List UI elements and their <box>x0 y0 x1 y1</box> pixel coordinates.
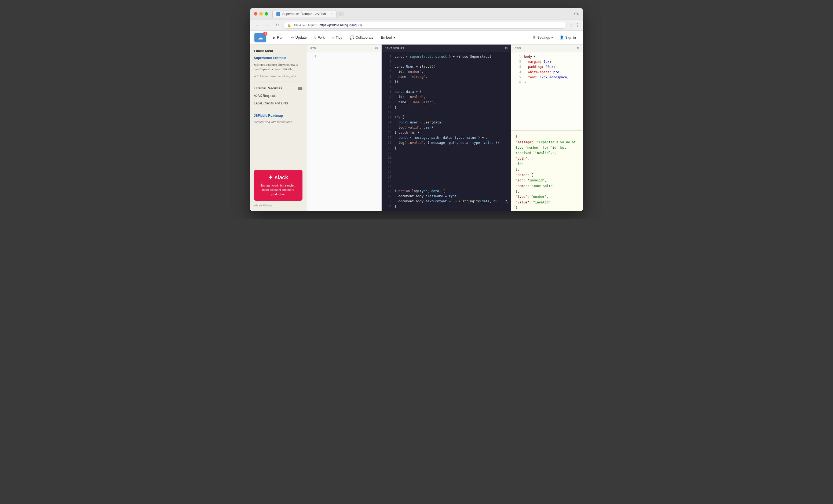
url-actions: ☆ ⋮ <box>569 23 580 28</box>
html-settings-icon[interactable]: ⚙ <box>375 46 378 50</box>
js-panel-header: JAVASCRIPT ⚙ <box>382 45 511 52</box>
js-line-22: 22 <box>382 160 511 165</box>
tab-bar: Superstruct Example - JSFiddl... × + <box>272 10 574 18</box>
css-line-3: 3 padding: 20px; <box>511 65 583 70</box>
tab-title: Superstruct Example - JSFiddl... <box>282 12 329 16</box>
sidebar-item-legal[interactable]: Legal, Credits and Links <box>254 101 303 106</box>
url-source: JSFiddle, Ltd [GB] <box>293 24 317 27</box>
close-window-button[interactable] <box>254 12 257 16</box>
collaborate-icon: 💬 <box>350 35 354 40</box>
output-line: "type": "number", <box>516 194 578 199</box>
output-line: ], <box>516 167 578 172</box>
menu-icon[interactable]: ⋮ <box>575 23 580 28</box>
back-button[interactable]: ← <box>253 22 261 29</box>
html-code-area[interactable]: 1 <box>307 52 381 211</box>
embed-button[interactable]: Embed ▾ <box>378 34 399 41</box>
fork-button[interactable]: ⑂ Fork <box>311 34 328 41</box>
sidebar-ad-text: It's teamwork, but simpler, more pleasan… <box>258 183 298 197</box>
js-line-18: 18 log('invalid', { message, path, data,… <box>382 140 511 145</box>
run-button[interactable]: ▶ Run <box>269 34 287 41</box>
output-line: "path": [ <box>516 156 578 161</box>
maximize-window-button[interactable] <box>265 12 268 16</box>
output-line: "message": "Expected a value of type `nu… <box>516 140 578 156</box>
output-line: "data": { <box>516 172 578 178</box>
css-panel-header: CSS ⚙ <box>511 45 583 52</box>
js-line-25: 25 <box>382 174 511 179</box>
collaborate-label: Collaborate <box>356 35 374 40</box>
sidebar-item-external-resources[interactable]: External Resources 1 <box>254 86 303 91</box>
ajax-label: AJAX Requests <box>254 94 277 98</box>
url-input[interactable]: 🔒 JSFiddle, Ltd [GB] https://jsfiddle.ne… <box>283 22 567 29</box>
js-panel: JAVASCRIPT ⚙ 1const { superstruct, struc… <box>382 45 511 211</box>
css-code-area[interactable]: 1body {2 margin: 1px;3 padding: 20px;4 w… <box>511 52 583 130</box>
js-line-21: 21 <box>382 155 511 160</box>
js-line-13: 13try { <box>382 115 511 120</box>
js-panel-label: JAVASCRIPT <box>385 47 404 50</box>
css-line-2: 2 margin: 1px; <box>511 59 583 65</box>
notification-badge: 4 <box>263 32 267 36</box>
run-icon: ▶ <box>273 35 276 40</box>
settings-label: Settings <box>537 35 550 40</box>
sidebar: Fiddle Meta Superstruct Example A simple… <box>250 45 307 211</box>
new-tab-button[interactable]: + <box>338 11 344 16</box>
js-settings-icon[interactable]: ⚙ <box>504 46 508 50</box>
js-line-29: 29 document.body.className = type <box>382 194 511 199</box>
update-icon: ✏ <box>291 35 294 40</box>
tidy-icon: ≡ <box>332 35 334 40</box>
browser-tab-active[interactable]: Superstruct Example - JSFiddl... × <box>272 10 336 18</box>
signin-label: Sign in <box>565 35 576 40</box>
js-line-14: 14 const user = User(data) <box>382 120 511 125</box>
url-text: https://jsfiddle.net/yjugaeg8/1/ <box>319 23 362 27</box>
sidebar-meta-title: Fiddle Meta <box>254 49 303 53</box>
js-line-31: 31} <box>382 204 511 209</box>
output-line: }, <box>516 189 578 194</box>
sidebar-item-ajax[interactable]: AJAX Requests <box>254 93 303 98</box>
js-code-area[interactable]: 1const { superstruct, struct } = window.… <box>382 52 511 211</box>
output-line: "id": "invalid", <box>516 178 578 183</box>
output-area: { "message": "Expected a value of type `… <box>511 130 583 211</box>
js-line-1: 1const { superstruct, struct } = window.… <box>382 54 511 59</box>
tidy-label: Tidy <box>336 35 342 40</box>
minimize-window-button[interactable] <box>259 12 263 16</box>
slack-logo: ✦ slack <box>268 174 288 181</box>
traffic-lights <box>254 12 268 16</box>
roadmap-sub: suggest and vote for features <box>254 120 303 123</box>
signin-button[interactable]: 👤 Sign in <box>557 34 578 41</box>
bookmark-icon[interactable]: ☆ <box>569 23 573 28</box>
roadmap-link[interactable]: JSFiddle Roadmap <box>254 114 303 118</box>
js-line-30: 30 document.body.textContent = JSON.stri… <box>382 199 511 204</box>
panels-container: HTML ⚙ 1 JAVASCRIPT ⚙ <box>307 45 583 211</box>
tidy-button[interactable]: ≡ Tidy <box>329 34 346 41</box>
settings-button[interactable]: ⚙ Settings ▾ <box>530 34 556 41</box>
fork-icon: ⑂ <box>314 35 316 40</box>
output-line: { <box>516 134 578 139</box>
user-label: You <box>574 12 579 16</box>
update-button[interactable]: ✏ Update <box>288 34 310 41</box>
js-line-7: 7 <box>382 85 511 90</box>
js-line-15: 15 log('valid', user) <box>382 125 511 130</box>
sidebar-fiddle-title[interactable]: Superstruct Example <box>254 56 303 60</box>
sidebar-add-title-prompt[interactable]: Add title to make the fiddle public. <box>254 75 303 78</box>
logo-icon: ☁ <box>258 34 263 41</box>
css-line-1: 1body { <box>511 54 583 59</box>
css-settings-icon[interactable]: ⚙ <box>576 46 580 50</box>
js-line-23: 23 <box>382 165 511 170</box>
external-resources-label: External Resources <box>254 87 282 90</box>
js-line-20: 20 <box>382 151 511 155</box>
legal-label: Legal, Credits and Links <box>254 101 288 105</box>
output-line: "name": "Jane Smith" <box>516 183 578 189</box>
reload-button[interactable]: ↻ <box>274 22 281 29</box>
app-logo: ☁ 4 <box>255 33 266 42</box>
css-line-6: 6} <box>511 80 583 85</box>
sidebar-ad-box[interactable]: ✦ slack It's teamwork, but simpler, more… <box>254 170 303 201</box>
forward-button[interactable]: → <box>264 22 271 29</box>
css-panel: CSS ⚙ 1body {2 margin: 1px;3 padding: 20… <box>511 45 583 211</box>
collaborate-button[interactable]: 💬 Collaborate <box>347 34 377 41</box>
output-line: "id" <box>516 161 578 167</box>
tab-close-button[interactable]: × <box>331 13 332 16</box>
js-line-10: 10 name: 'Jane Smith', <box>382 100 511 105</box>
update-label: Update <box>295 35 307 40</box>
settings-icon: ⚙ <box>533 35 536 40</box>
sidebar-description: A simple example showing how to use Supe… <box>254 63 303 71</box>
js-line-5: 5 name: 'string', <box>382 74 511 79</box>
